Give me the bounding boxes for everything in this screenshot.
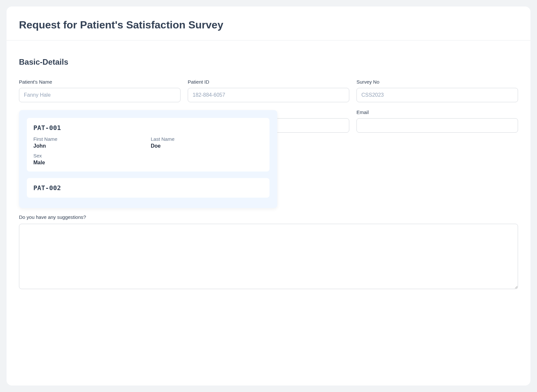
patient-name-input[interactable] — [19, 88, 181, 102]
option-id: PAT-002 — [33, 184, 263, 192]
option-id: PAT-001 — [33, 124, 263, 132]
email-label: Email — [356, 109, 518, 115]
option-field-label: Sex — [33, 153, 146, 158]
option-field: Last Name Doe — [151, 136, 263, 149]
option-field-value: Doe — [151, 143, 263, 149]
option-field-label: Last Name — [151, 136, 263, 142]
patient-name-label: Patient's Name — [19, 79, 181, 85]
section-title: Basic-Details — [19, 57, 518, 67]
form-row-1: Patient's Name Patient ID Survey No — [19, 79, 518, 102]
page-title: Request for Patient's Satisfaction Surve… — [19, 19, 518, 31]
patient-id-input[interactable] — [188, 88, 349, 102]
dropdown-option[interactable]: PAT-002 — [27, 178, 269, 198]
option-field: Sex Male — [33, 153, 146, 166]
survey-no-group: Survey No — [356, 79, 518, 102]
dropdown-option[interactable]: PAT-001 First Name John Last Name Doe Se… — [27, 118, 269, 172]
patient-id-group: Patient ID — [188, 79, 349, 102]
patient-id-label: Patient ID — [188, 79, 349, 85]
survey-no-input[interactable] — [356, 88, 518, 102]
page-header: Request for Patient's Satisfaction Surve… — [7, 7, 530, 41]
autocomplete-dropdown: PAT-001 First Name John Last Name Doe Se… — [19, 110, 277, 208]
survey-no-label: Survey No — [356, 79, 518, 85]
option-field: First Name John — [33, 136, 146, 149]
page-container: Request for Patient's Satisfaction Surve… — [7, 7, 530, 385]
suggestions-label: Do you have any suggestions? — [19, 214, 518, 220]
suggestions-group: Do you have any suggestions? — [19, 214, 518, 290]
email-input[interactable] — [356, 118, 518, 133]
email-group: Email — [356, 109, 518, 133]
dropdown-scroll-area[interactable]: PAT-001 First Name John Last Name Doe Se… — [27, 118, 269, 202]
patient-name-group: Patient's Name — [19, 79, 181, 102]
option-field-value: John — [33, 143, 146, 149]
suggestions-textarea[interactable] — [19, 224, 518, 289]
form-content: Basic-Details Patient's Name Patient ID … — [7, 41, 530, 303]
option-fields: First Name John Last Name Doe Sex Male — [33, 136, 263, 166]
option-field-label: First Name — [33, 136, 146, 142]
option-field-value: Male — [33, 160, 146, 166]
